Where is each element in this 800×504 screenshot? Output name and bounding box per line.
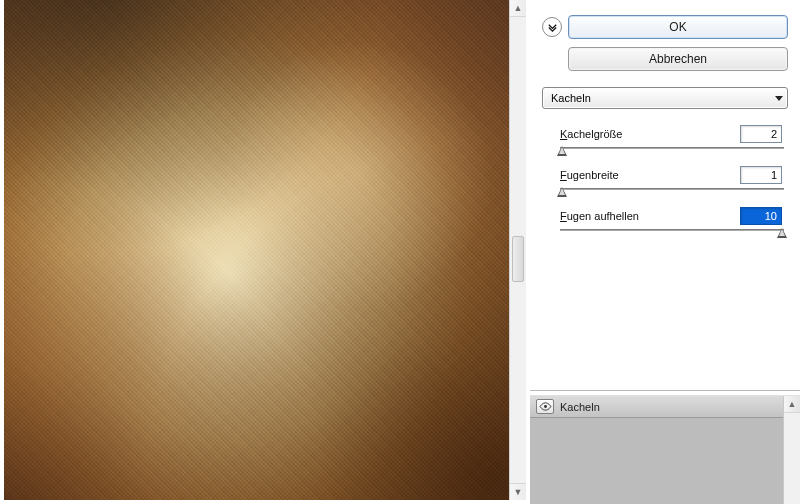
button-stack: OK Abbrechen (568, 15, 788, 71)
cancel-button[interactable]: Abbrechen (568, 47, 788, 71)
param-lighten-grout-label: Fugen aufhellen (560, 210, 639, 222)
svg-point-0 (544, 405, 547, 408)
effects-list: Kacheln ▲ (530, 395, 800, 504)
slider-handle-icon[interactable] (557, 146, 567, 156)
scroll-track[interactable] (510, 17, 526, 483)
eye-icon (539, 401, 552, 412)
scroll-up-button[interactable]: ▲ (510, 0, 526, 17)
pane-separator (530, 390, 800, 391)
settings-pane: OK Abbrechen Kacheln Kachelgröße Fugenbr… (530, 0, 800, 504)
preview-pane: ▲ ▼ (0, 0, 530, 504)
param-row: Kachelgröße (560, 125, 784, 143)
cancel-button-label: Abbrechen (649, 52, 707, 66)
param-row: Fugen aufhellen (560, 207, 784, 225)
param-grout-width-slider[interactable] (560, 187, 784, 199)
parameter-list: Kachelgröße Fugenbreite Fugen aufhellen (542, 125, 788, 240)
effects-list-track: Kacheln (530, 396, 783, 504)
preview-canvas[interactable] (4, 0, 509, 500)
param-tile-size-input[interactable] (740, 125, 782, 143)
param-lighten-grout-input[interactable] (740, 207, 782, 225)
param-grout-width-input[interactable] (740, 166, 782, 184)
effects-vertical-scrollbar[interactable]: ▲ (783, 396, 800, 504)
scroll-down-button[interactable]: ▼ (510, 483, 526, 500)
scroll-thumb[interactable] (512, 236, 524, 282)
param-tile-size: Kachelgröße (560, 125, 784, 158)
param-lighten-grout-slider[interactable] (560, 228, 784, 240)
scroll-track[interactable] (784, 413, 800, 504)
filter-dropdown[interactable]: Kacheln (542, 87, 788, 109)
ok-button-label: OK (669, 20, 686, 34)
param-lighten-grout: Fugen aufhellen (560, 207, 784, 240)
collapse-toggle-icon[interactable] (542, 17, 562, 37)
top-button-row: OK Abbrechen (542, 15, 788, 71)
filter-dropdown-label: Kacheln (551, 92, 591, 104)
slider-handle-icon[interactable] (557, 187, 567, 197)
preview-wrap: ▲ ▼ (4, 0, 526, 500)
param-tile-size-slider[interactable] (560, 146, 784, 158)
param-tile-size-label: Kachelgröße (560, 128, 622, 140)
ok-button[interactable]: OK (568, 15, 788, 39)
param-grout-width-label: Fugenbreite (560, 169, 619, 181)
visibility-toggle[interactable] (536, 399, 554, 414)
chevron-down-icon (775, 96, 783, 101)
param-grout-width: Fugenbreite (560, 166, 784, 199)
preview-vertical-scrollbar[interactable]: ▲ ▼ (509, 0, 526, 500)
slider-handle-icon[interactable] (777, 228, 787, 238)
effect-list-item-label: Kacheln (560, 401, 600, 413)
scroll-up-button[interactable]: ▲ (784, 396, 800, 413)
param-row: Fugenbreite (560, 166, 784, 184)
effect-list-item[interactable]: Kacheln (530, 396, 783, 418)
